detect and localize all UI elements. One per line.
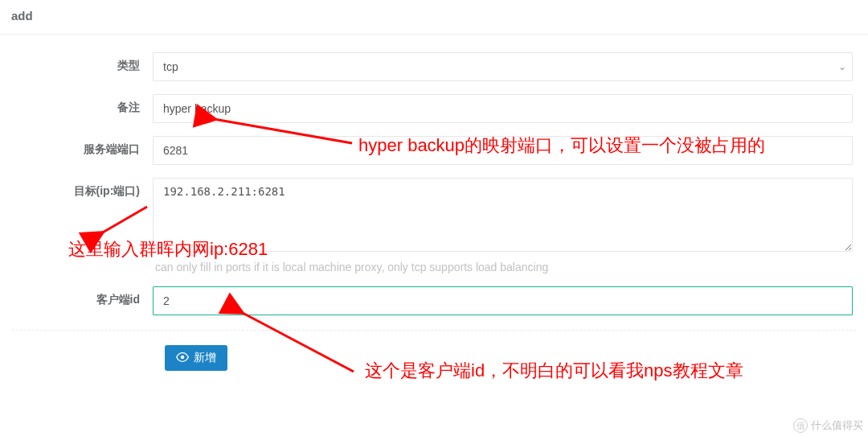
watermark-icon: 值: [793, 418, 808, 433]
row-target: 目标(ip:端口) 192.168.2.211:6281 can only fi…: [12, 178, 856, 274]
target-help-text: can only fill in ports if it is local ma…: [155, 261, 853, 274]
client-id-input[interactable]: [153, 286, 853, 315]
watermark-text: 什么值得买: [811, 418, 863, 433]
label-remark: 备注: [12, 94, 153, 115]
label-type: 类型: [12, 52, 153, 73]
target-textarea[interactable]: 192.168.2.211:6281: [153, 178, 853, 252]
row-server-port: 服务端端口: [12, 136, 856, 165]
add-button-label: 新增: [194, 351, 216, 365]
divider-bottom: [12, 330, 856, 331]
row-remark: 备注: [12, 94, 856, 123]
svg-point-0: [181, 356, 185, 360]
label-target: 目标(ip:端口): [12, 178, 153, 199]
server-port-input[interactable]: [153, 136, 853, 165]
eye-icon: [176, 352, 189, 364]
row-type: 类型 tcp ⌄: [12, 52, 856, 81]
label-client-id: 客户端id: [12, 286, 153, 307]
form: 类型 tcp ⌄ 备注 服务端端口 目标(ip:端口) 192.168.2.21…: [0, 52, 868, 371]
type-select[interactable]: tcp: [153, 52, 853, 81]
add-button[interactable]: 新增: [165, 345, 227, 371]
label-server-port: 服务端端口: [12, 136, 153, 157]
watermark: 值 什么值得买: [793, 418, 863, 433]
remark-input[interactable]: [153, 94, 853, 123]
page-title: add: [0, 0, 868, 34]
row-client-id: 客户端id: [12, 286, 856, 315]
button-row: 新增: [12, 345, 856, 371]
divider-top: [0, 34, 868, 35]
